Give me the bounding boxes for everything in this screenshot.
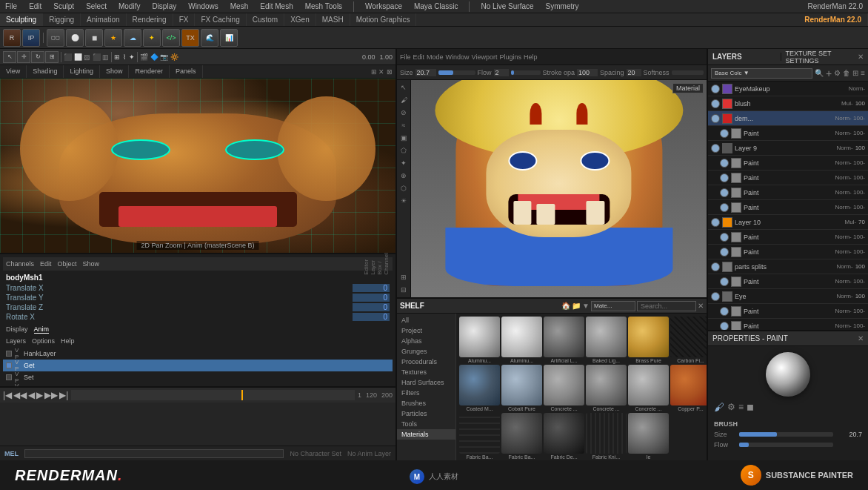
layers-options-icon[interactable]: ≡: [861, 69, 865, 77]
timeline-track[interactable]: [71, 390, 355, 400]
menu-editmesh[interactable]: Edit Mesh: [258, 2, 295, 10]
name-layer10[interactable]: Layer 10: [735, 219, 843, 226]
menu-edit[interactable]: Edit: [27, 2, 44, 10]
shelf-icon-1[interactable]: R: [3, 29, 21, 47]
sp-tool-poly[interactable]: ⬠: [398, 145, 410, 156]
material-item-13[interactable]: Fabric Ba...: [459, 413, 500, 460]
shelf-filter-icon[interactable]: ▼: [582, 302, 590, 310]
eye-paint-4[interactable]: [720, 188, 729, 197]
size-value[interactable]: 20.7: [836, 431, 862, 438]
nav-grunges[interactable]: Grunges: [397, 346, 455, 357]
ch-val-rx[interactable]: 0: [353, 313, 390, 321]
brush-alpha-icon[interactable]: ◼: [747, 402, 754, 412]
nav-textures[interactable]: Textures: [397, 367, 455, 377]
symmetry[interactable]: Symmetry: [544, 2, 581, 10]
base-col-dropdown[interactable]: Base Colc ▼: [711, 68, 812, 79]
shelf-icon-3[interactable]: ◻◻: [47, 29, 64, 47]
select-btn[interactable]: ↖: [3, 51, 16, 63]
name-eye[interactable]: Eye: [735, 293, 834, 300]
eye-blush[interactable]: [711, 99, 720, 108]
step-back-btn[interactable]: ◀: [28, 390, 35, 400]
eye-paint-7[interactable]: [720, 248, 729, 256]
material-item-12[interactable]: Copper P...: [670, 365, 707, 411]
material-item-9[interactable]: Concrete ...: [544, 365, 584, 411]
name-parts[interactable]: parts splits: [735, 263, 834, 271]
menu-display[interactable]: Display: [150, 2, 178, 10]
sp-plugins[interactable]: Plugins: [499, 53, 521, 61]
material-item-6[interactable]: Carbon Fi...: [670, 317, 707, 363]
sp-tool-3d[interactable]: ⬡: [398, 182, 410, 194]
layer-vis-1[interactable]: [6, 351, 12, 357]
viewport-controls[interactable]: ⊞ ✕ ⊠: [371, 68, 393, 76]
layer-name-2[interactable]: Get: [24, 362, 390, 369]
eye-paint-6[interactable]: [720, 233, 729, 242]
help-menu-item[interactable]: Help: [61, 337, 75, 345]
nav-filters[interactable]: Filters: [397, 388, 455, 398]
frame-current[interactable]: 120: [366, 391, 377, 399]
edit-menu[interactable]: Edit: [40, 260, 52, 268]
sp-tool-fill[interactable]: ▣: [398, 132, 410, 144]
layer-name-1[interactable]: HankLayer: [24, 350, 390, 357]
name-paint-5[interactable]: Paint: [744, 204, 833, 211]
tab-motion[interactable]: Motion Graphics: [350, 13, 417, 26]
nav-alphas[interactable]: Alphas: [397, 336, 455, 346]
sp-tool-picker[interactable]: ✦: [398, 157, 410, 169]
nav-tools[interactable]: Tools: [397, 419, 455, 429]
sp-softness-slider[interactable]: [672, 70, 704, 75]
tab-mash[interactable]: MASH: [316, 13, 350, 26]
tab-xgen[interactable]: XGen: [284, 13, 316, 26]
sp-tool-zoom[interactable]: ⊕: [398, 170, 410, 182]
workspace-value[interactable]: Maya Classic: [412, 2, 460, 10]
name-paint-2[interactable]: Paint: [744, 159, 833, 167]
material-item-4[interactable]: Baked Lig...: [586, 317, 627, 363]
layer-settings-icon[interactable]: ⚙: [834, 69, 841, 77]
layer-vis-3[interactable]: [6, 374, 12, 380]
nav-project[interactable]: Project: [397, 325, 455, 336]
frame-start[interactable]: 1: [358, 391, 361, 399]
menu-sculpt[interactable]: Sculpt: [51, 2, 76, 10]
tab-animation[interactable]: Animation: [81, 13, 126, 26]
name-paint-10[interactable]: Paint: [744, 322, 833, 330]
move-btn[interactable]: ✛: [17, 51, 30, 63]
object-menu[interactable]: Object: [58, 260, 77, 268]
sp-tool-extra1[interactable]: ⊞: [398, 271, 410, 283]
sp-flow-slider[interactable]: [511, 70, 541, 75]
sp-3d-viewport[interactable]: Material: [411, 80, 707, 297]
material-item-7[interactable]: Coated M...: [459, 365, 500, 411]
shelf-icon-home[interactable]: 🏠: [561, 302, 570, 310]
name-paint-6[interactable]: Paint: [744, 234, 833, 241]
name-paint-3[interactable]: Paint: [744, 174, 833, 182]
shelf-icon-6[interactable]: ★: [104, 29, 122, 47]
name-paint-4[interactable]: Paint: [744, 189, 833, 196]
shelf-icon-10[interactable]: TX: [181, 29, 199, 47]
shelf-icon-2[interactable]: IP: [22, 29, 40, 47]
nav-hard-surfaces[interactable]: Hard Surfaces: [397, 377, 455, 388]
material-item-3[interactable]: Artificial L...: [544, 317, 584, 363]
sp-tool-select[interactable]: ↖: [398, 82, 410, 93]
renderer-menu[interactable]: Renderer: [129, 65, 170, 78]
prev-frame-btn[interactable]: ◀◀: [13, 390, 27, 400]
go-end-btn[interactable]: ▶|: [59, 390, 68, 400]
material-tab-btn[interactable]: Mate...: [591, 301, 635, 311]
shelf-icon-5[interactable]: ◼: [85, 29, 103, 47]
layers-menu-item[interactable]: Layers: [6, 337, 26, 345]
right-close-btn[interactable]: ✕: [853, 53, 868, 61]
shelf-icon-folder[interactable]: 📁: [572, 302, 581, 310]
rotate-btn[interactable]: ↻: [31, 51, 44, 63]
menu-modify[interactable]: Modify: [116, 2, 142, 10]
maya-3d-viewport[interactable]: 2D Pan Zoom | Anim (masterScene B): [0, 79, 395, 253]
ch-val-tz[interactable]: 0: [353, 303, 390, 311]
tab-anim[interactable]: Anim: [34, 325, 50, 334]
layers-expand-icon[interactable]: ⊞: [852, 69, 858, 77]
menu-select[interactable]: Select: [84, 2, 109, 10]
name-dem[interactable]: dem...: [735, 115, 833, 122]
shelf-icon-11[interactable]: 🌊: [201, 29, 218, 47]
sp-tool-erase[interactable]: ⊘: [398, 107, 410, 119]
sp-size-slider[interactable]: [438, 70, 475, 75]
material-item-16[interactable]: Fabric Kni...: [586, 413, 627, 460]
fwd-btn[interactable]: ▶▶: [44, 390, 58, 400]
material-item-10[interactable]: Concrete ...: [586, 365, 627, 411]
menu-mesh[interactable]: Mesh: [228, 2, 250, 10]
play-btn[interactable]: ▶: [36, 390, 43, 400]
ch-val-tx[interactable]: 0: [353, 284, 390, 292]
